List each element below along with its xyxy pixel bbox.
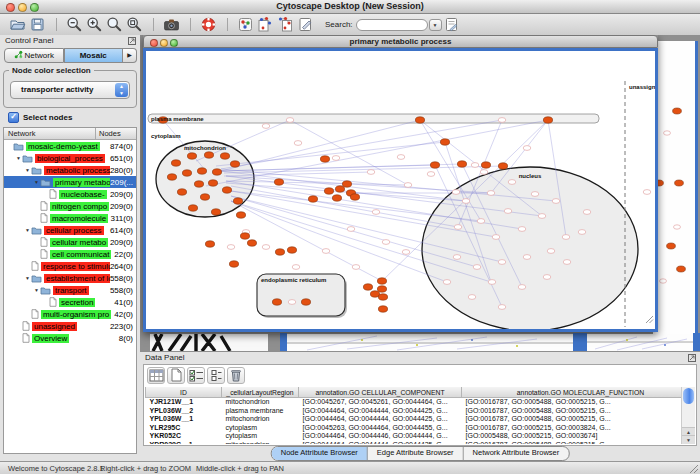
zoom-in-button[interactable] [86, 16, 104, 34]
tree-item-establishment-of-lo[interactable]: ▼establishment of lo558(0) [4, 272, 136, 284]
network-graph[interactable]: plasma membranecytoplasmmitochondrionnuc… [146, 51, 655, 329]
tree-item-primary-metabo[interactable]: ▼primary metabo209(... [4, 176, 136, 188]
expand-arrow-icon[interactable]: ▼ [24, 167, 31, 173]
tree-item-cellular-process[interactable]: ▼cellular process614(0) [4, 224, 136, 236]
background-window-border [280, 333, 287, 351]
tree-item-nitrogen-compo[interactable]: nitrogen compo209(0) [4, 200, 136, 212]
help-button[interactable] [200, 16, 218, 34]
tree-item-unassigned[interactable]: unassigned223(0) [4, 320, 136, 332]
network-canvas[interactable]: plasma membranecytoplasmmitochondrionnuc… [143, 48, 658, 332]
table-scrollbar[interactable]: ▲ ▼ [681, 387, 695, 444]
link-networks-button[interactable] [277, 16, 295, 34]
select-attributes-button[interactable] [187, 367, 205, 384]
table-row[interactable]: YDR039C__1mitochondrion[GO:0044464, GO:0… [146, 441, 682, 445]
column-header[interactable]: ID [146, 387, 222, 398]
table-cell: YJR121W__1 [146, 398, 222, 407]
tree-item-cellular-metabo[interactable]: cellular metabo209(0) [4, 236, 136, 248]
tab-edge-attribute-browser[interactable]: Edge Attribute Browser [368, 447, 464, 460]
column-header[interactable]: annotation.GO CELLULAR_COMPONENT [299, 387, 462, 398]
background-overview-window[interactable] [150, 334, 268, 351]
merge-networks-button[interactable] [257, 16, 275, 34]
open-icon [9, 16, 27, 33]
snapshot-button[interactable] [163, 16, 181, 34]
tree-item-label: multi-organism pro [41, 310, 111, 319]
region-label-mitochondrion: mitochondrion [184, 145, 226, 151]
tab-network-attribute-browser[interactable]: Network Attribute Browser [464, 447, 569, 460]
attribute-table-button[interactable] [147, 367, 165, 384]
scroll-down-button[interactable]: ▼ [682, 435, 695, 444]
tree-item-label: metabolic process [44, 166, 110, 175]
tree-item-secretion[interactable]: secretion41(0) [4, 296, 136, 308]
toolbar-group [236, 16, 316, 34]
expand-arrow-icon[interactable]: ▼ [33, 179, 40, 185]
table-cell: [GO:0044464, GO:0044444, GO:0044425, G..… [299, 415, 462, 424]
expand-arrow-icon[interactable]: ▼ [15, 155, 22, 161]
tree-item-macromolecule[interactable]: macromolecule311(0) [4, 212, 136, 224]
delete-attributes-button[interactable] [227, 367, 245, 384]
tree-item-cell-communicat[interactable]: cell communicat22(0) [4, 248, 136, 260]
vizmapper-button[interactable] [237, 16, 255, 34]
tree-item-label: cellular process [44, 226, 104, 235]
tree-item-mosaic-demo-yeast[interactable]: mosaic-demo-yeast874(0) [4, 140, 136, 152]
table-row[interactable]: YLR295Ccytoplasm[GO:0045263, GO:0044464,… [146, 424, 682, 433]
network-window-titlebar[interactable]: primary metabolic process [143, 35, 658, 48]
background-network-window-right[interactable] [653, 41, 698, 334]
column-header[interactable]: annotation.GO MOLECULAR_FUNCTION [462, 387, 682, 398]
table-cell: [GO:0016787, GO:0005488, GO:0005215, G..… [462, 415, 682, 424]
create-attribute-button[interactable] [167, 367, 185, 384]
expand-arrow-icon[interactable]: ▼ [24, 227, 31, 233]
table-row[interactable]: YJR121W__1mitochondrion[GO:0045267, GO:0… [146, 398, 682, 407]
tree-item-overview[interactable]: Overview8(0) [4, 332, 136, 344]
snapshot-icon [163, 16, 181, 33]
background-network-window-2[interactable] [587, 334, 693, 351]
select-nodes-checkbox[interactable]: ✓ [8, 112, 19, 123]
column-header[interactable]: _cellularLayoutRegion [222, 387, 299, 398]
tree-item-biological-process[interactable]: ▼biological_process651(0) [4, 152, 136, 164]
save-button[interactable] [29, 16, 47, 34]
unselect-attributes-button[interactable] [207, 367, 225, 384]
expand-arrow-icon[interactable]: ▼ [24, 275, 31, 281]
tab-mosaic[interactable]: Mosaic [64, 48, 124, 63]
tree-item-metabolic-process[interactable]: ▼metabolic process280(0) [4, 164, 136, 176]
expand-arrow-icon[interactable]: ▼ [33, 287, 40, 293]
zoom-fit-button[interactable] [106, 16, 124, 34]
table-row[interactable]: YPL036W__1mitochondrion[GO:0044464, GO:0… [146, 415, 682, 424]
node-color-dropdown[interactable]: transporter activity ▲▼ [10, 81, 130, 99]
background-window-content [287, 334, 573, 351]
open-button[interactable] [9, 16, 27, 34]
select-attributes-icon [188, 369, 204, 382]
float-panel-icon[interactable] [688, 354, 696, 364]
zoom-out-icon [66, 16, 84, 33]
table-row[interactable]: YKR052Ccytoplasm[GO:0044464, GO:0044446,… [146, 432, 682, 441]
tree-item-label: mosaic-demo-yeast [26, 142, 100, 151]
float-panel-icon[interactable] [128, 37, 136, 47]
tree-item-label: biological_process [35, 154, 105, 163]
tree-item-node-count: 223(0) [110, 322, 136, 331]
tree-item-label: cell communicat [50, 250, 111, 259]
annotation-button[interactable] [297, 16, 315, 34]
tree-item-nucleobase-[interactable]: nucleobase-209(0) [4, 188, 136, 200]
zoom-out-button[interactable] [66, 16, 84, 34]
scrollbar-thumb[interactable] [683, 388, 694, 404]
tree-item-node-count: 209(0) [110, 238, 136, 247]
search-dropdown-button[interactable]: ▼ [429, 19, 442, 31]
search-index-button[interactable] [443, 16, 461, 34]
resize-grip[interactable] [689, 464, 699, 473]
network-view-window[interactable]: primary metabolic process plasma membran… [143, 35, 658, 332]
zoom-selected-button[interactable] [126, 16, 144, 34]
tree-column-nodes: Nodes [95, 128, 136, 139]
resize-grip[interactable] [645, 310, 654, 328]
tree-item-response-to-stimulu[interactable]: response to stimulu264(0) [4, 260, 136, 272]
unselect-attributes-icon [208, 369, 224, 382]
tree-item-multi-organism-pro[interactable]: multi-organism pro42(0) [4, 308, 136, 320]
network-tree-header[interactable]: Network Nodes [4, 128, 136, 140]
table-row[interactable]: YPL036W__2plasma membrane[GO:0044464, GO… [146, 407, 682, 416]
tab-node-attribute-browser[interactable]: Node Attribute Browser [272, 447, 368, 460]
search-input[interactable] [356, 19, 428, 31]
tree-item-transport[interactable]: ▼transport558(0) [4, 284, 136, 296]
tree-column-network: Network [4, 128, 95, 139]
more-tabs-arrow-button[interactable]: ▶ [123, 48, 137, 63]
background-network-window-1[interactable] [287, 334, 573, 351]
tab-network[interactable]: Network [4, 48, 64, 63]
attribute-table[interactable]: ID_cellularLayoutRegionannotation.GO CEL… [145, 387, 681, 444]
